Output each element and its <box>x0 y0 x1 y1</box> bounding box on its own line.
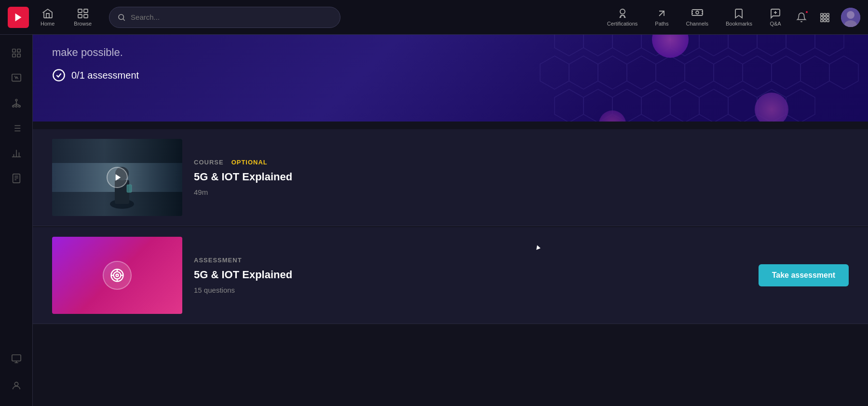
svg-marker-83 <box>786 89 815 122</box>
left-sidebar <box>0 35 33 406</box>
svg-point-28 <box>15 99 17 101</box>
hero-banner: make possible. 0/1 assessment <box>33 35 868 122</box>
svg-point-97 <box>114 272 121 279</box>
user-avatar[interactable] <box>841 8 860 27</box>
apps-button[interactable] <box>814 7 835 28</box>
svg-rect-19 <box>827 19 829 22</box>
search-icon <box>117 13 126 22</box>
course-card: COURSE OPTIONAL 5G & IOT Explained 49m <box>33 129 868 226</box>
sidebar-chart-icon[interactable] <box>6 143 27 164</box>
bookmarks-nav-item[interactable]: Bookmarks <box>718 5 760 29</box>
qa-nav-item[interactable]: Q&A <box>762 5 789 29</box>
svg-rect-24 <box>17 49 20 52</box>
assessment-card-info: ASSESSMENT 5G & IOT Explained 15 questio… <box>194 247 759 304</box>
svg-point-30 <box>15 106 17 108</box>
assessment-questions: 15 questions <box>194 286 759 294</box>
sidebar-monitor-icon[interactable] <box>6 348 27 369</box>
svg-rect-50 <box>12 355 20 361</box>
certifications-nav-item[interactable]: Certifications <box>599 5 646 29</box>
svg-rect-16 <box>827 16 829 19</box>
sidebar-analytics-icon[interactable] <box>6 68 27 89</box>
svg-rect-23 <box>12 49 15 52</box>
svg-marker-79 <box>670 89 699 122</box>
svg-rect-46 <box>13 174 20 183</box>
svg-rect-4 <box>84 14 88 18</box>
svg-point-85 <box>599 110 626 122</box>
svg-point-8 <box>696 11 699 14</box>
svg-rect-2 <box>84 9 88 13</box>
svg-point-87 <box>53 69 64 81</box>
assessment-thumb-icon <box>103 261 132 290</box>
svg-marker-0 <box>15 13 22 21</box>
cards-section: COURSE OPTIONAL 5G & IOT Explained 49m <box>33 122 868 333</box>
svg-point-31 <box>18 106 20 108</box>
assessment-icon <box>52 68 66 82</box>
svg-marker-75 <box>555 89 583 122</box>
course-title: 5G & IOT Explained <box>194 171 868 183</box>
assessment-title: 5G & IOT Explained <box>194 269 759 281</box>
sidebar-list-icon[interactable] <box>6 118 27 139</box>
svg-rect-3 <box>78 14 82 18</box>
svg-rect-15 <box>824 16 826 19</box>
svg-marker-81 <box>728 89 757 122</box>
channels-nav-item[interactable]: Channels <box>678 5 716 29</box>
browse-nav-item[interactable]: Browse <box>66 5 99 29</box>
assessment-thumbnail <box>52 237 182 314</box>
paths-nav-item[interactable]: Paths <box>647 5 676 29</box>
svg-point-98 <box>116 274 119 277</box>
notification-dot <box>805 10 809 14</box>
main-content: make possible. 0/1 assessment <box>33 35 868 406</box>
svg-line-6 <box>123 19 125 20</box>
course-thumbnail <box>52 139 182 216</box>
svg-rect-26 <box>17 54 20 57</box>
search-input[interactable] <box>131 13 332 21</box>
assessment-card: ASSESSMENT 5G & IOT Explained 15 questio… <box>33 227 868 324</box>
svg-marker-78 <box>641 89 670 122</box>
notifications-button[interactable] <box>791 7 812 28</box>
svg-rect-1 <box>78 9 82 13</box>
logo-button[interactable] <box>8 7 29 28</box>
svg-point-5 <box>119 14 124 20</box>
search-bar[interactable] <box>109 7 340 28</box>
svg-rect-11 <box>821 13 823 15</box>
svg-marker-80 <box>699 89 728 122</box>
sidebar-dashboard-icon[interactable] <box>6 42 27 64</box>
svg-rect-25 <box>12 54 15 57</box>
sidebar-hierarchy-icon[interactable] <box>6 93 27 114</box>
course-type-label: COURSE <box>194 159 224 166</box>
svg-rect-14 <box>821 16 823 19</box>
svg-marker-95 <box>115 174 121 181</box>
sidebar-user-icon[interactable] <box>6 375 27 396</box>
svg-rect-13 <box>827 13 829 15</box>
svg-rect-93 <box>127 185 132 192</box>
assessment-type-label: ASSESSMENT <box>194 257 242 264</box>
assessment-card-meta: ASSESSMENT <box>194 257 759 264</box>
target-icon <box>110 268 124 283</box>
svg-point-53 <box>14 382 18 386</box>
assessment-badge: 0/1 assessment <box>52 68 849 82</box>
course-duration: 49m <box>194 188 868 196</box>
svg-point-21 <box>847 11 854 19</box>
course-card-meta: COURSE OPTIONAL <box>194 159 868 166</box>
svg-rect-12 <box>824 13 826 15</box>
top-navigation: Home Browse Certifications Paths Channel… <box>0 0 868 35</box>
main-body: make possible. 0/1 assessment <box>0 35 868 406</box>
play-button[interactable] <box>107 167 128 188</box>
nav-right-section: Certifications Paths Channels Bookmarks … <box>599 5 860 29</box>
svg-point-29 <box>12 106 14 108</box>
course-card-info: COURSE OPTIONAL 5G & IOT Explained 49m <box>194 149 868 206</box>
course-optional-label: OPTIONAL <box>231 159 268 166</box>
svg-rect-17 <box>821 19 823 22</box>
home-nav-item[interactable]: Home <box>33 5 62 29</box>
svg-rect-18 <box>824 19 826 22</box>
svg-point-86 <box>755 93 788 122</box>
take-assessment-button[interactable]: Take assessment <box>759 264 849 286</box>
hero-partial-text: make possible. <box>52 46 849 59</box>
svg-point-7 <box>620 9 625 14</box>
sidebar-document-icon[interactable] <box>6 168 27 189</box>
